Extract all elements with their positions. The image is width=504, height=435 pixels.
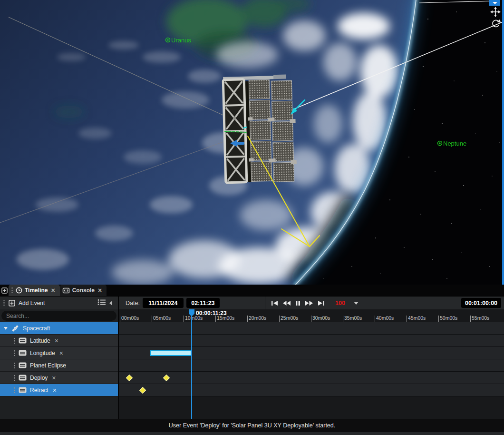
fast-forward-button[interactable] [305,300,313,306]
track-lane-spacecraft[interactable] [119,322,504,335]
timeline-body: SpacecraftLatitude×Longitude×Planet Ecli… [0,309,504,419]
keyframe-marker[interactable] [126,375,133,381]
timeline-lanes-column: 00m00s05m00s10m00s15m00s20m00s25m00s30m0… [119,309,504,419]
panel-tab-bar: Timeline × Console × [0,285,504,296]
timeline-toolbar: Add Event Date: 11/11/2024 02:11:23 [0,296,504,309]
track-list-column: SpacecraftLatitude×Longitude×Planet Ecli… [0,309,119,419]
search-input[interactable] [1,311,116,321]
close-icon[interactable]: × [55,337,58,345]
track-row-retract[interactable]: Retract× [0,384,118,396]
tab-label: Console [72,287,95,294]
keyframe-marker[interactable] [163,375,170,381]
viewport-right-border [502,0,504,285]
status-message: User Event 'Deploy' for 'Solar Panel 3U … [169,422,335,429]
range-bar[interactable] [150,350,192,356]
pause-button[interactable] [295,300,301,306]
close-icon[interactable]: × [52,374,56,382]
date-section: Date: 11/11/2024 02:11:23 [120,297,265,309]
drag-grip-icon [11,287,13,294]
track-lane-longitude[interactable] [119,347,504,359]
playhead-line[interactable] [191,314,192,419]
track-lane-latitude[interactable] [119,335,504,347]
viewport-3d[interactable]: Uranus Neptune [0,0,504,285]
track-label: Planet Eclipse [30,362,66,369]
satellite-icon [11,325,19,332]
drag-grip-icon [13,350,16,356]
track-row-spacecraft[interactable]: Spacecraft [0,322,118,335]
track-lane-planet-eclipse[interactable] [119,359,504,372]
playhead-marker[interactable] [189,309,194,314]
close-icon[interactable]: × [50,287,56,294]
expand-caret-icon[interactable] [4,327,8,330]
keyframe-marker[interactable] [139,387,146,394]
track-label: Latitude [30,337,50,344]
track-row-latitude[interactable]: Latitude× [0,335,118,347]
drag-grip-icon [13,387,16,394]
drag-grip-icon [13,362,16,369]
track-label: Longitude [30,350,55,356]
track-label: Spacecraft [23,325,50,332]
date-input[interactable]: 11/11/2024 [143,298,184,308]
skip-to-end-button[interactable] [317,300,325,306]
track-lane-deploy[interactable] [119,372,504,384]
close-icon[interactable]: × [97,287,103,294]
tab-label: Timeline [25,287,48,294]
skip-to-start-button[interactable] [271,300,279,306]
clock-icon [16,287,22,294]
status-bar: User Event 'Deploy' for 'Solar Panel 3U … [0,419,504,432]
time-input[interactable]: 02:11:23 [186,298,220,308]
tab-timeline[interactable]: Timeline × [9,285,60,296]
close-icon[interactable]: × [53,386,57,394]
playback-speed-value[interactable]: 100 [335,300,345,306]
track-label: Retract [30,387,48,394]
track-icon [19,387,27,393]
track-lane-retract[interactable] [119,384,504,396]
track-icon [19,375,27,381]
track-label: Deploy [30,375,48,381]
viewport-collapse-button[interactable] [489,0,500,6]
add-event-section: Add Event [0,297,119,309]
playhead-time-label: 00:00:11:23 [196,310,227,316]
bottom-strip [0,432,504,435]
close-icon[interactable]: × [59,349,63,357]
add-event-plus-icon[interactable] [9,300,15,306]
track-icon [19,362,27,368]
timeline-ruler[interactable]: 00m00s05m00s10m00s15m00s20m00s25m00s30m0… [119,309,504,322]
drag-grip-icon [13,375,16,381]
svg-text:Uranus: Uranus [171,37,191,44]
drag-grip-icon [3,299,5,307]
playback-controls: 100 [266,297,359,309]
rewind-button[interactable] [282,300,291,306]
timeline-lanes [119,322,504,396]
add-event-button[interactable]: Add Event [19,300,45,306]
track-row-longitude[interactable]: Longitude× [0,347,118,359]
plus-box-icon [1,287,8,294]
spacecraft-model[interactable] [223,74,297,183]
track-list: SpacecraftLatitude×Longitude×Planet Ecli… [0,322,118,396]
svg-text:Neptune: Neptune [443,140,466,147]
track-row-planet-eclipse[interactable]: Planet Eclipse [0,359,118,372]
list-view-icon[interactable] [97,299,106,307]
add-panel-button[interactable] [0,285,9,296]
track-row-deploy[interactable]: Deploy× [0,372,118,384]
code-icon [62,287,70,294]
timeline-panel: Timeline × Console × Add Event [0,285,504,435]
duration-input[interactable]: 00:01:00:00 [461,298,501,308]
date-label: Date: [126,300,140,306]
collapse-left-icon[interactable] [109,301,112,306]
speed-dropdown-icon[interactable] [354,302,359,305]
tab-console[interactable]: Console × [60,285,107,296]
track-icon [19,350,27,356]
track-icon [19,337,27,344]
drag-grip-icon [13,337,16,344]
